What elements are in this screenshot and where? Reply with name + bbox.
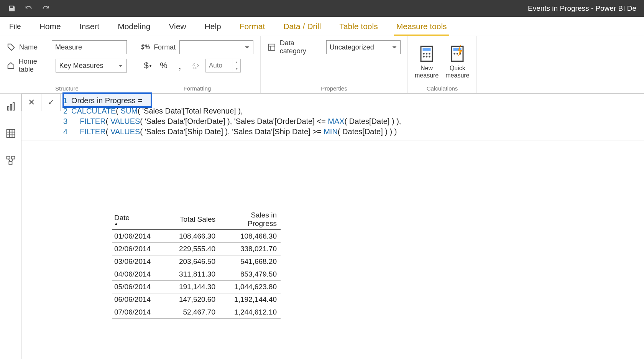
spin-down-icon[interactable]: ▼ bbox=[233, 66, 240, 72]
tab-format[interactable]: Format bbox=[230, 17, 274, 36]
cancel-formula-button[interactable]: ✕ bbox=[22, 94, 41, 111]
formula-editor[interactable]: 1Orders in Progress =2CALCULATE( SUM( 'S… bbox=[61, 94, 644, 140]
svg-rect-26 bbox=[7, 156, 10, 159]
table-cell: 108,466.30 bbox=[158, 230, 219, 243]
name-input[interactable] bbox=[52, 40, 127, 54]
column-header[interactable]: Total Sales bbox=[158, 209, 219, 230]
redo-icon[interactable] bbox=[41, 4, 50, 13]
column-header[interactable]: Sales in Progress bbox=[219, 209, 281, 230]
table-row[interactable]: 07/06/201452,467.701,244,612.10 bbox=[112, 306, 281, 319]
table-row[interactable]: 02/06/2014229,555.40338,021.70 bbox=[112, 243, 281, 255]
tab-table-tools[interactable]: Table tools bbox=[330, 17, 387, 36]
percent-button[interactable]: % bbox=[157, 59, 170, 72]
tab-file[interactable]: File bbox=[0, 17, 30, 36]
table-cell: 229,555.40 bbox=[158, 243, 219, 255]
window-title: Events in Progress - Power BI De bbox=[528, 4, 636, 13]
code-line[interactable]: Orders in Progress = bbox=[71, 96, 142, 106]
table-cell: 203,646.50 bbox=[158, 255, 219, 268]
table-row[interactable]: 04/06/2014311,811.30853,479.50 bbox=[112, 268, 281, 281]
svg-point-8 bbox=[426, 53, 428, 55]
currency-button[interactable]: $▾ bbox=[141, 59, 154, 72]
line-number: 3 bbox=[61, 116, 71, 127]
table-cell: 191,144.30 bbox=[158, 281, 219, 293]
thousands-button[interactable]: , bbox=[173, 59, 186, 72]
sort-asc-icon: ▲ bbox=[114, 221, 154, 226]
svg-text:.00: .00 bbox=[192, 66, 197, 70]
commit-formula-button[interactable]: ✓ bbox=[41, 94, 60, 111]
table-cell: 06/06/2014 bbox=[112, 293, 158, 306]
table-row[interactable]: 05/06/2014191,144.301,044,623.80 bbox=[112, 281, 281, 293]
data-category-label: Data category bbox=[280, 39, 322, 55]
home-table-label: Home table bbox=[19, 58, 52, 74]
ribbon-group-formatting: $% Format $▾ % , .0.00 ▲▼ Formatting bbox=[134, 36, 261, 93]
ribbon-group-properties: Data category Uncategorized Properties bbox=[261, 36, 408, 93]
tab-data-drill[interactable]: Data / Drill bbox=[274, 17, 330, 36]
report-canvas: ✕ ✓ 1Orders in Progress =2CALCULATE( SUM… bbox=[21, 94, 644, 359]
table-cell: 02/06/2014 bbox=[112, 243, 158, 255]
line-number: 1 bbox=[61, 96, 71, 106]
line-number: 2 bbox=[61, 106, 71, 116]
new-measure-label: New measure bbox=[415, 64, 439, 79]
table-cell: 311,811.30 bbox=[158, 268, 219, 281]
ribbon-group-calculations: New measure Quick measure Calculations bbox=[408, 36, 477, 93]
svg-rect-19 bbox=[10, 104, 12, 110]
quick-measure-button[interactable]: Quick measure bbox=[445, 44, 469, 79]
svg-rect-21 bbox=[7, 130, 15, 138]
code-line[interactable]: FILTER( VALUES( 'Sales Data'[OrderDate] … bbox=[71, 116, 401, 127]
table-cell: 853,479.50 bbox=[219, 268, 281, 281]
table-row[interactable]: 06/06/2014147,520.601,192,144.40 bbox=[112, 293, 281, 306]
table-cell: 05/06/2014 bbox=[112, 281, 158, 293]
table-cell: 04/06/2014 bbox=[112, 268, 158, 281]
svg-point-12 bbox=[429, 56, 430, 58]
model-view-button[interactable] bbox=[4, 153, 18, 167]
calculator-quick-icon bbox=[448, 44, 467, 63]
titlebar: Events in Progress - Power BI De bbox=[0, 0, 644, 17]
svg-rect-27 bbox=[12, 156, 15, 159]
report-view-button[interactable] bbox=[4, 100, 18, 114]
result-table-visual[interactable]: Date▲Total SalesSales in Progress 01/06/… bbox=[112, 209, 281, 319]
ribbon-tabs: File HomeInsertModelingViewHelpFormatDat… bbox=[0, 17, 644, 36]
home-table-select[interactable]: Key Measures bbox=[56, 59, 127, 72]
decimal-decrease-button[interactable]: .0.00 bbox=[189, 59, 202, 72]
save-icon[interactable] bbox=[8, 4, 16, 13]
table-cell: 07/06/2014 bbox=[112, 306, 158, 319]
ribbon-body: Name Home table Key Measures Structure $… bbox=[0, 36, 644, 94]
svg-rect-28 bbox=[9, 162, 12, 165]
format-select[interactable] bbox=[179, 40, 253, 54]
svg-point-10 bbox=[423, 56, 425, 58]
undo-icon[interactable] bbox=[25, 4, 33, 13]
svg-rect-20 bbox=[13, 103, 14, 110]
table-cell: 01/06/2014 bbox=[112, 230, 158, 243]
tab-view[interactable]: View bbox=[159, 17, 195, 36]
svg-point-7 bbox=[423, 53, 425, 55]
data-category-select[interactable]: Uncategorized bbox=[326, 40, 401, 54]
table-cell: 1,244,612.10 bbox=[219, 306, 281, 319]
table-row[interactable]: 01/06/2014108,466.30108,466.30 bbox=[112, 230, 281, 243]
table-cell: 52,467.70 bbox=[158, 306, 219, 319]
tab-measure-tools[interactable]: Measure tools bbox=[387, 17, 456, 36]
new-measure-button[interactable]: New measure bbox=[415, 44, 439, 79]
spin-up-icon[interactable]: ▲ bbox=[233, 59, 240, 66]
table-cell: 147,520.60 bbox=[158, 293, 219, 306]
tab-insert[interactable]: Insert bbox=[70, 17, 109, 36]
table-cell: 03/06/2014 bbox=[112, 255, 158, 268]
group-label-structure: Structure bbox=[7, 84, 127, 92]
svg-rect-18 bbox=[7, 107, 8, 110]
decimals-input[interactable] bbox=[206, 59, 233, 72]
group-label-formatting: Formatting bbox=[141, 84, 253, 92]
data-view-button[interactable] bbox=[4, 127, 18, 140]
quick-measure-label: Quick measure bbox=[445, 64, 469, 79]
table-cell: 1,192,144.40 bbox=[219, 293, 281, 306]
table-row[interactable]: 03/06/2014203,646.50541,668.20 bbox=[112, 255, 281, 268]
column-header[interactable]: Date▲ bbox=[112, 209, 158, 230]
tab-modeling[interactable]: Modeling bbox=[108, 17, 159, 36]
code-line[interactable]: CALCULATE( SUM( 'Sales Data'[Total Reven… bbox=[71, 106, 243, 116]
line-number: 4 bbox=[61, 127, 71, 137]
table-cell: 541,668.20 bbox=[219, 255, 281, 268]
svg-point-15 bbox=[454, 53, 456, 55]
tab-home[interactable]: Home bbox=[30, 17, 70, 36]
decimals-spin[interactable]: ▲▼ bbox=[205, 59, 241, 72]
code-line[interactable]: FILTER( VALUES( 'Sales Data'[Ship Date] … bbox=[71, 127, 397, 137]
format-label: Format bbox=[154, 43, 176, 51]
tab-help[interactable]: Help bbox=[196, 17, 230, 36]
